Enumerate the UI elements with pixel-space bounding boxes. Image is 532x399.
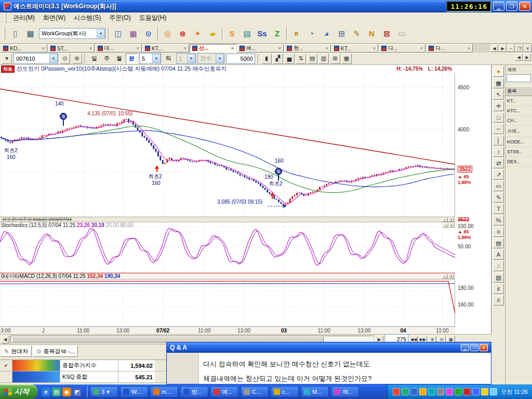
report-icon[interactable]: ▤: [307, 54, 317, 64]
media-player-icon[interactable]: ◉: [62, 388, 71, 396]
memo-icon[interactable]: ✎: [350, 26, 364, 41]
chart-tab[interactable]: 예...×: [237, 44, 284, 52]
chart-tab[interactable]: KT...×: [142, 44, 189, 52]
label-icon[interactable]: A: [493, 249, 504, 260]
tray-icon[interactable]: [455, 388, 462, 395]
pitchfork-icon[interactable]: ♯: [493, 284, 504, 294]
panel-close-icon[interactable]: ×: [448, 274, 454, 278]
panel-divider[interactable]: 선도전기(주간 Data2) 2008/07/04 – ×: [0, 217, 455, 222]
count-input[interactable]: [226, 54, 255, 64]
watchlist-item[interactable]: KT...: [506, 96, 532, 106]
tick-combobox[interactable]: 1 ▼: [176, 53, 196, 64]
chart-tab[interactable]: 다...×: [426, 44, 473, 52]
minute-combobox[interactable]: 5 ▼: [139, 53, 161, 64]
zoom-plus-icon[interactable]: ⊛: [72, 54, 82, 64]
shade-icon[interactable]: ▧: [493, 272, 504, 283]
account-combobox[interactable]: [507, 74, 531, 82]
task-button[interactable]: 제...: [331, 386, 359, 397]
panel-minimize-icon[interactable]: ─: [507, 45, 515, 52]
task-button[interactable]: C...: [241, 386, 269, 397]
tab-close-icon[interactable]: ×: [42, 46, 45, 51]
qna-title-bar[interactable]: Q & A ▁ ❐ ✕: [167, 342, 491, 353]
chart-tab[interactable]: 대...×: [95, 44, 142, 52]
chart-mode-icon[interactable]: ▦: [493, 78, 504, 88]
trendline-icon[interactable]: ↗: [493, 169, 504, 180]
watchlist-item[interactable]: KODE...: [506, 137, 532, 147]
signal-tool-icon[interactable]: ✦: [493, 66, 504, 77]
tool-icon[interactable]: ✦: [191, 26, 205, 41]
stop-icon[interactable]: ⊗: [176, 26, 190, 41]
check-icon[interactable]: ✔: [0, 360, 12, 371]
restore-button[interactable]: ❐: [470, 344, 478, 351]
line-chart-icon[interactable]: ▞: [273, 54, 283, 64]
internet-explorer-icon[interactable]: e: [42, 388, 50, 396]
rect-draw-icon[interactable]: ▭: [493, 181, 504, 191]
bookmark-icon[interactable]: ▾: [2, 54, 12, 64]
messenger-icon[interactable]: ◩: [73, 388, 82, 396]
watchlist-item[interactable]: DEX...: [506, 157, 532, 167]
nav-left-icon[interactable]: ◀: [515, 54, 523, 61]
menu-item[interactable]: 화면(W): [39, 12, 70, 23]
tab-close-icon[interactable]: ×: [231, 46, 234, 51]
task-button[interactable]: M...: [301, 386, 329, 397]
tab-close-icon[interactable]: ×: [278, 46, 281, 51]
hline-icon[interactable]: ─: [493, 124, 504, 134]
main-price-chart[interactable]: 140S4,135 (07/01 10:55)최초2160최초2160160S1…: [0, 73, 455, 217]
tray-icon[interactable]: [490, 388, 497, 395]
task-button[interactable]: W...: [120, 386, 148, 397]
tray-icon[interactable]: [446, 388, 453, 395]
tab-close-icon[interactable]: ×: [373, 46, 376, 51]
tray-icon[interactable]: [428, 388, 435, 395]
money-bag-icon[interactable]: ¤: [289, 26, 303, 41]
macd-chart[interactable]: [0, 280, 455, 326]
save-icon[interactable]: ▦: [23, 26, 37, 41]
news-icon[interactable]: N: [365, 26, 379, 41]
tile-windows-icon[interactable]: ▦: [126, 26, 140, 41]
ss-icon[interactable]: Ss: [255, 26, 269, 41]
updown-icon[interactable]: ⇅: [296, 54, 306, 64]
crosshair-icon[interactable]: ⊞: [330, 54, 340, 64]
eraser-icon[interactable]: ▰: [206, 26, 220, 41]
chart-tab[interactable]: KT...×: [331, 44, 378, 52]
close-button[interactable]: ✕: [519, 2, 530, 11]
grid-icon[interactable]: ▦: [341, 54, 352, 64]
qna-window[interactable]: Q & A ▁ ❐ ✕ 다시 접속하여 확인해 보니깐 매수청산 신호가 없는데…: [166, 342, 491, 384]
compare-icon[interactable]: ⇄: [493, 158, 504, 168]
box-select-icon[interactable]: □: [493, 112, 504, 123]
range-icon[interactable]: ↕: [493, 147, 504, 157]
show-desktop-icon[interactable]: ▤: [52, 388, 61, 396]
close-button[interactable]: ✕: [480, 344, 488, 351]
period-button[interactable]: 주: [101, 54, 113, 63]
pattern-icon[interactable]: ▤: [493, 238, 504, 248]
tab-scroll-left-icon[interactable]: ◀: [490, 45, 498, 52]
new-doc-icon[interactable]: ▯: [8, 26, 22, 41]
chart-tab[interactable]: ST...×: [48, 44, 95, 52]
task-button[interactable]: c...: [271, 386, 299, 397]
blank-icon[interactable]: ▭: [395, 26, 409, 41]
menu-item[interactable]: 시스템(S): [70, 12, 105, 23]
tray-icon[interactable]: [402, 388, 409, 395]
grid-tool-icon[interactable]: #: [493, 295, 504, 305]
z-icon[interactable]: Z: [270, 26, 284, 41]
stock-button[interactable]: ✎ 현대차: [1, 345, 32, 357]
workgroup-combobox[interactable]: WorkGroup(회사) ▼: [39, 28, 105, 39]
chart-tab[interactable]: 다...×: [379, 44, 425, 52]
task-button[interactable]: 받...: [180, 386, 208, 397]
chart-region[interactable]: 차트 선도전기 0Passion_ver10(10주Atstop)(시스템 자동…: [0, 65, 455, 334]
panel-restore-icon[interactable]: ❐: [515, 45, 523, 52]
tray-icon[interactable]: [481, 388, 488, 395]
panel-close-icon[interactable]: ×: [448, 217, 454, 222]
symbol-search-button[interactable]: ⊙ 종목검색 -...: [33, 345, 78, 357]
tab-close-icon[interactable]: ×: [137, 46, 139, 51]
panel-close-icon[interactable]: ✕: [524, 45, 531, 52]
scroll-left-icon[interactable]: ◀: [1, 336, 9, 343]
search-icon[interactable]: ⊙: [60, 54, 70, 64]
minimize-button[interactable]: ▁: [461, 344, 469, 351]
count-combobox[interactable]: 건수 ▼: [197, 53, 224, 64]
panel-close-icon[interactable]: ×: [449, 223, 455, 228]
scrollbar-thumb[interactable]: [12, 337, 324, 342]
chart-tab[interactable]: KO...×: [1, 44, 47, 52]
tray-icon[interactable]: [419, 388, 427, 395]
signal-s-icon[interactable]: S: [225, 26, 239, 41]
symbol-combobox[interactable]: 007610 ▼: [14, 53, 58, 64]
